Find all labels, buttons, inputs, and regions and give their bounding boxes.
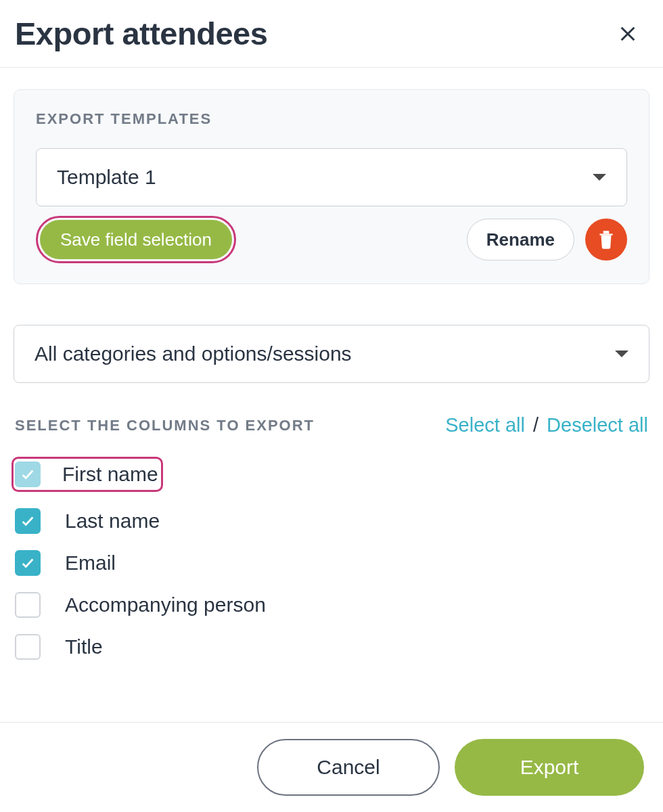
close-button[interactable] [613,19,643,49]
check-icon [20,514,35,528]
chevron-down-icon [593,174,606,181]
column-row-title: Title [15,634,649,660]
column-label: Accompanying person [65,593,266,616]
columns-header: SELECT THE COLUMNS TO EXPORT Select all … [14,414,649,436]
select-links: Select all / Deselect all [445,414,648,436]
delete-template-button[interactable] [585,219,627,261]
dialog-title: Export attendees [15,15,267,52]
category-select-value: All categories and options/sessions [35,342,352,365]
cancel-button[interactable]: Cancel [257,739,440,796]
dialog-header: Export attendees [0,0,663,68]
select-all-link[interactable]: Select all [445,414,525,436]
trash-icon [597,229,615,250]
checkbox-first-name[interactable] [15,461,41,487]
column-row-first-name: First name [12,457,163,492]
checkbox-email[interactable] [15,550,41,576]
column-row-email: Email [15,550,649,576]
column-label: Email [65,551,116,574]
chevron-down-icon [615,351,628,357]
close-icon [618,24,637,43]
template-right-actions: Rename [467,219,627,261]
checkbox-title[interactable] [15,634,41,660]
export-templates-label: EXPORT TEMPLATES [36,110,627,128]
check-icon [20,467,35,482]
rename-button[interactable]: Rename [467,219,574,261]
check-icon [20,556,35,570]
save-field-selection-button[interactable]: Save field selection [40,220,232,259]
columns-checkbox-list: First name Last name Email Accompanying … [14,457,649,660]
template-select[interactable]: Template 1 [36,148,627,206]
dialog-footer: Cancel Export [0,722,663,812]
template-actions: Save field selection Rename [36,216,627,263]
checkbox-accompanying-person[interactable] [15,592,41,618]
column-label: First name [62,463,158,486]
checkbox-last-name[interactable] [15,508,41,534]
category-select[interactable]: All categories and options/sessions [14,325,649,383]
column-row-accompanying-person: Accompanying person [15,592,649,618]
export-button[interactable]: Export [455,739,644,796]
column-label: Title [65,635,103,658]
dialog-content: EXPORT TEMPLATES Template 1 Save field s… [0,68,663,660]
column-row-last-name: Last name [15,508,649,534]
deselect-all-link[interactable]: Deselect all [547,414,648,436]
link-separator: / [533,414,539,436]
export-templates-panel: EXPORT TEMPLATES Template 1 Save field s… [14,89,649,284]
save-field-selection-highlight: Save field selection [36,216,236,263]
column-label: Last name [65,510,160,533]
columns-section-label: SELECT THE COLUMNS TO EXPORT [15,417,315,434]
template-select-value: Template 1 [57,166,156,189]
